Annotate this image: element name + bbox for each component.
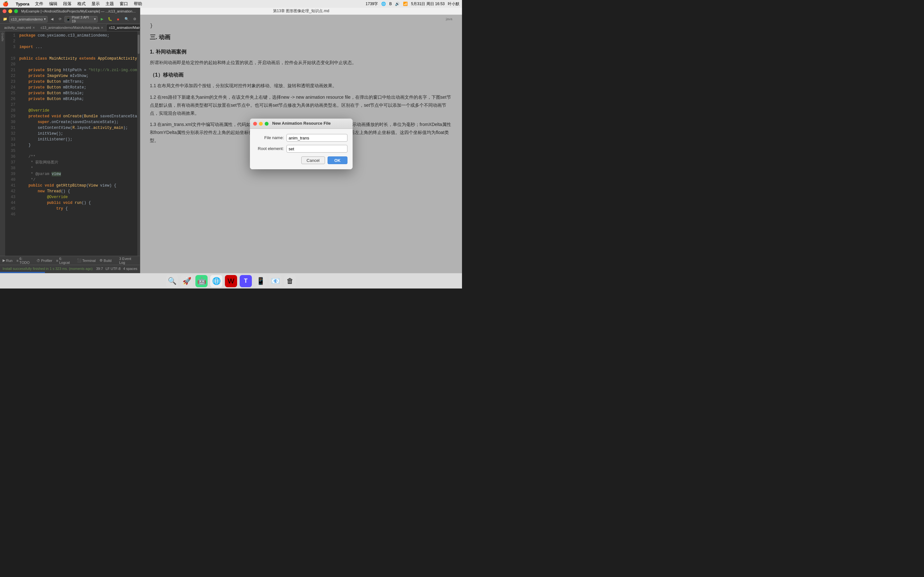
settings-button[interactable]: ⚙ [131, 16, 139, 23]
tab-label-2: c13_animation/MainActivity.java [109, 26, 140, 29]
macos-menubar: 🍎 Typora 文件 编辑 段落 格式 显示 主题 窗口 帮助 1739字 🌐… [0, 0, 462, 8]
app-menu-typora[interactable]: Typora [16, 2, 29, 6]
dock-wps[interactable]: W [225, 275, 237, 287]
event-log-label: 3 Event Log [120, 257, 137, 264]
run-tool-btn[interactable]: ▶ Run [3, 258, 13, 263]
dialog-close-btn[interactable] [253, 122, 257, 126]
tab-label-1: c13_animationdemo/MainActivity.java [41, 26, 99, 29]
todo-btn[interactable]: ≡ 6: TODO [16, 257, 33, 264]
as-bottom-toolbar: ▶ Run ≡ 6: TODO ⏱ Profiler ≡ 6: Logcat ⬛… [0, 256, 140, 265]
terminal-btn[interactable]: ⬛ Terminal [77, 258, 96, 263]
code-scrollbar[interactable] [137, 31, 140, 256]
dock-mail[interactable]: 📧 [269, 275, 281, 287]
tab-mainactivity[interactable]: c13_animationdemo/MainActivity.java ✕ [38, 24, 106, 31]
tab-close-0[interactable]: ✕ [32, 26, 35, 29]
apple-menu[interactable]: 🍎 [3, 1, 9, 7]
dock-finder[interactable]: 🔍 [166, 275, 178, 287]
as-toolbar: 📁 c13_animationdemo ▾ ◀ ⟳ 📱 Pixel 3 API … [0, 15, 140, 24]
typora-panel: 第13章 图形图像处理_知识点.md java } 三. 动画 1. 补间动画案… [140, 8, 462, 273]
as-minimize-button[interactable] [8, 9, 12, 13]
dock-android-studio[interactable]: 🤖 [195, 275, 208, 287]
as-maximize-button[interactable] [14, 9, 18, 13]
gradle-label: Gradle [1, 33, 4, 41]
menubar-right: 1739字 🌐 B 🔊 📶 5月31日 周日 16:53 叶小默 [366, 1, 459, 7]
menu-paragraph[interactable]: 段落 [63, 1, 71, 7]
line-encoding: LF UTF-8 [105, 267, 121, 271]
root-element-input[interactable] [286, 145, 347, 153]
as-module-selector[interactable]: c13_animationdemo ▾ [9, 16, 47, 23]
toolbar-btn-1[interactable]: ◀ [48, 16, 55, 23]
device-dropdown-icon: ▾ [94, 17, 96, 21]
as-close-button[interactable] [3, 9, 6, 13]
as-module-icon: 📁 [1, 16, 9, 23]
menu-edit[interactable]: 编辑 [49, 1, 57, 7]
menu-view[interactable]: 显示 [91, 1, 100, 7]
build-label: Build [103, 259, 111, 263]
datetime: 5月31日 周日 16:53 [411, 1, 445, 7]
dialog-zoom-btn[interactable] [265, 122, 268, 126]
scrollbar-thumb[interactable] [137, 35, 140, 54]
dock-chrome[interactable]: 🌐 [210, 275, 222, 287]
logcat-icon: ≡ [56, 259, 58, 263]
ok-button[interactable]: OK [328, 156, 347, 164]
status-message: Install successfully finished in 1 s 323… [3, 267, 96, 271]
as-device-selector[interactable]: 📱 Pixel 3 API 19 ▾ [65, 16, 97, 23]
run-label: Run [6, 259, 13, 263]
menu-format[interactable]: 格式 [78, 1, 86, 7]
as-statusbar: Install successfully finished in 1 s 323… [0, 265, 140, 272]
stop-button[interactable]: ■ [114, 16, 121, 23]
tab-close-1[interactable]: ✕ [101, 26, 103, 29]
dialog-minimize-btn[interactable] [259, 122, 263, 126]
root-element-row: Root element: [255, 145, 347, 153]
module-name: c13_animationdemo [11, 17, 43, 21]
todo-label: 6: TODO [19, 257, 33, 264]
device-icon: 📱 [66, 17, 71, 21]
menu-help[interactable]: 帮助 [134, 1, 142, 7]
android-studio-panel: MyExample [~/AndroidStudioProjects/MyExa… [0, 8, 140, 273]
terminal-label: Terminal [82, 259, 96, 263]
build-icon: ⚙ [99, 258, 103, 263]
run-button[interactable]: ▶ [98, 16, 105, 23]
tab-activity-main[interactable]: activity_main.xml ✕ [1, 24, 38, 31]
todo-icon: ≡ [16, 259, 18, 263]
dock-typora[interactable]: T [240, 275, 252, 287]
menu-file[interactable]: 文件 [35, 1, 43, 7]
tab-animation-mainactivity[interactable]: c13_animation/MainActivity.java ✕ [106, 24, 140, 31]
username: 叶小默 [448, 1, 459, 7]
tabs-bar: activity_main.xml ✕ c13_animationdemo/Ma… [0, 24, 140, 31]
profiler-btn[interactable]: ⏱ Profiler [37, 259, 52, 263]
event-log-btn[interactable]: 3 Event Log [120, 257, 137, 264]
menu-window[interactable]: 窗口 [120, 1, 128, 7]
progress-bar-container [0, 272, 140, 273]
debug-button[interactable]: 🐛 [106, 16, 113, 23]
search-everywhere-button[interactable]: 🔍 [123, 16, 131, 23]
toolbar-btn-2[interactable]: ⟳ [56, 16, 63, 23]
file-name-row: File name: [255, 134, 347, 142]
file-name-label: File name: [255, 134, 284, 141]
menu-theme[interactable]: 主题 [105, 1, 114, 7]
macos-dock: 🔍 🚀 🤖 🌐 W T 📱 📧 🗑 [0, 273, 462, 288]
input-method-icon: 🌐 [381, 2, 386, 6]
dock-launchpad[interactable]: 🚀 [181, 275, 193, 287]
dialog-titlebar: New Animation Resource File [250, 119, 352, 129]
file-name-input[interactable] [286, 134, 347, 142]
terminal-icon: ⬛ [77, 258, 81, 263]
progress-bar [0, 272, 45, 273]
cancel-button[interactable]: Cancel [301, 156, 325, 164]
as-title: MyExample [~/AndroidStudioProjects/MyExa… [21, 9, 137, 13]
wifi-icon: 🔊 [395, 2, 400, 6]
module-dropdown-icon: ▾ [44, 17, 46, 21]
new-animation-dialog: New Animation Resource File File name: R… [250, 119, 352, 169]
device-name: Pixel 3 API 19 [72, 15, 93, 23]
tab-label-0: activity_main.xml [4, 26, 31, 29]
build-btn[interactable]: ⚙ Build [99, 258, 111, 263]
code-editor[interactable]: package com.yexiaomo.c13_animationdemo; … [17, 31, 137, 256]
run-icon: ▶ [3, 258, 5, 263]
dock-another[interactable]: 📱 [254, 275, 267, 287]
logcat-label: 6: Logcat [59, 257, 73, 264]
as-titlebar: MyExample [~/AndroidStudioProjects/MyExa… [0, 8, 140, 15]
logcat-btn[interactable]: ≡ 6: Logcat [56, 257, 73, 264]
cursor-position: 39:7 [96, 267, 103, 271]
dock-trash[interactable]: 🗑 [284, 275, 296, 287]
typora-content[interactable]: java } 三. 动画 1. 补间动画案例 所谓补间动画即是给定控件的起始和终… [140, 15, 462, 273]
